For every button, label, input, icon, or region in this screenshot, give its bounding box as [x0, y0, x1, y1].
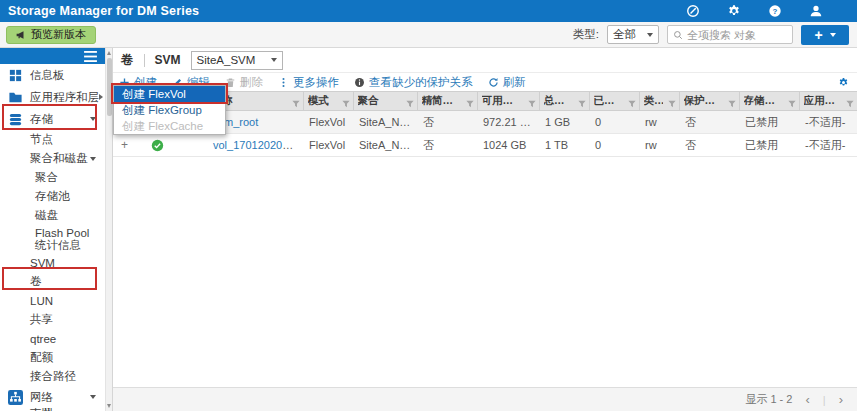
search-icon — [673, 30, 683, 40]
search-input[interactable] — [687, 29, 787, 41]
chevron-right-icon — [99, 94, 103, 100]
refresh-icon — [488, 77, 499, 88]
filter-funnel-icon[interactable] — [292, 98, 300, 106]
activity-icon[interactable] — [686, 4, 700, 18]
page-prev-button[interactable]: ‹ — [805, 393, 809, 406]
pagination-divider: | — [823, 394, 826, 406]
pagination-bar: 显示 1 - 2 ‹ | › — [113, 387, 857, 411]
filter-funnel-icon[interactable] — [406, 98, 414, 106]
chevron-down-icon — [647, 33, 653, 37]
chevron-down-icon — [830, 33, 836, 37]
svg-text:?: ? — [773, 7, 778, 16]
svm-select[interactable]: SiteA_SVM — [191, 51, 283, 70]
sidebar-item-junction-paths[interactable]: 接合路径 — [0, 367, 105, 386]
filter-funnel-icon[interactable] — [628, 98, 636, 106]
filter-funnel-icon[interactable] — [466, 98, 474, 106]
chevron-down-icon — [90, 117, 96, 121]
sidebar-item-aggregates-disks[interactable]: 聚合和磁盘 — [0, 149, 105, 168]
filter-funnel-icon[interactable] — [342, 98, 350, 106]
svm-label: SVM — [155, 53, 181, 67]
filter-funnel-icon[interactable] — [728, 98, 736, 106]
sidebar-nav: 信息板 应用程序和层 存储 节点 聚合和磁盘 聚合 存储 — [0, 48, 112, 411]
sidebar-item-aggregates[interactable]: 聚合 — [0, 168, 105, 187]
sidebar-item-qtree[interactable]: qtree — [0, 329, 105, 348]
chevron-down-icon — [90, 395, 96, 399]
sidebar-item-svm[interactable]: SVM — [0, 253, 105, 272]
col-style[interactable]: 模式 — [303, 92, 353, 111]
menu-item-create-flexcache[interactable]: 创建 FlexCache — [114, 118, 225, 134]
status-ok-icon — [151, 139, 164, 152]
divider — [144, 54, 145, 67]
refresh-button[interactable]: 刷新 — [488, 75, 526, 90]
type-filter-label: 类型: — [573, 27, 599, 42]
col-application[interactable]: 应用程序 — [799, 92, 857, 111]
col-available-space[interactable]: 可用空间 — [477, 92, 539, 111]
scroll-down-icon[interactable] — [107, 404, 111, 408]
page-next-button[interactable]: › — [839, 393, 843, 406]
top-bar: Storage Manager for DM Series ? — [0, 0, 857, 22]
preview-new-version-button[interactable]: 预览新版本 — [6, 26, 96, 44]
chevron-down-icon — [271, 58, 277, 62]
help-icon[interactable]: ? — [768, 4, 782, 18]
page-header: 卷 SVM SiteA_SVM — [113, 48, 857, 73]
table-row: + vol_17012020_1... FlexVol SiteA_Node..… — [113, 134, 857, 157]
sub-bar: 预览新版本 类型: 全部 + — [0, 22, 857, 48]
trash-icon — [225, 77, 236, 88]
volume-name-link[interactable]: vol_17012020_1... — [213, 139, 303, 151]
table-settings-gear-icon[interactable] — [838, 77, 849, 88]
network-icon — [7, 389, 23, 405]
sidebar-scrollbar[interactable] — [105, 48, 112, 411]
settings-icon[interactable] — [727, 4, 741, 18]
user-icon[interactable] — [809, 4, 823, 18]
hamburger-icon — [84, 51, 97, 62]
sidebar-item-volumes[interactable]: 卷 — [0, 272, 105, 291]
sidebar-item-network[interactable]: 网络 — [0, 386, 105, 408]
sidebar-item-flashpool-statistics[interactable]: Flash Pool 统计信息 — [0, 225, 105, 253]
col-aggregate[interactable]: 聚合 — [353, 92, 417, 111]
add-button[interactable]: + — [801, 25, 849, 45]
view-missing-protection-button[interactable]: 查看缺少的保护关系 — [354, 75, 473, 90]
menu-item-create-flexvol[interactable]: 创建 FlexVol — [114, 86, 225, 102]
sidebar-item-dashboard[interactable]: 信息板 — [0, 64, 105, 86]
topbar-icons: ? — [686, 4, 849, 18]
more-actions-button[interactable]: 更多操作 — [278, 75, 339, 90]
scroll-up-icon[interactable] — [107, 51, 111, 55]
more-vertical-icon — [278, 77, 289, 88]
row-expander[interactable]: + — [113, 134, 137, 157]
sidebar-item-lun[interactable]: LUN — [0, 291, 105, 310]
app-title: Storage Manager for DM Series — [8, 4, 199, 18]
pagination-label: 显示 1 - 2 — [745, 392, 792, 407]
sidebar-item-quotas[interactable]: 配额 — [0, 348, 105, 367]
col-thin-provisioned[interactable]: 精简配置 — [417, 92, 477, 111]
sidebar-item-disks[interactable]: 磁盘 — [0, 206, 105, 225]
sidebar-item-shares[interactable]: 共享 — [0, 310, 105, 329]
megaphone-icon — [16, 30, 26, 40]
global-search — [667, 25, 793, 44]
delete-button[interactable]: 删除 — [225, 75, 263, 90]
filter-funnel-icon[interactable] — [846, 98, 854, 106]
folder-icon — [7, 89, 23, 105]
sidebar-item-storage[interactable]: 存储 — [0, 108, 105, 130]
sidebar-item-applications-tiers[interactable]: 应用程序和层 — [0, 86, 105, 108]
col-total-space[interactable]: 总空间 — [539, 92, 589, 111]
filter-funnel-icon[interactable] — [788, 98, 796, 106]
storage-disks-icon — [7, 111, 23, 127]
page-title: 卷 — [121, 52, 134, 69]
storage-manager-window: Storage Manager for DM Series ? 预览新版本 类型… — [0, 0, 857, 411]
filter-funnel-icon[interactable] — [668, 98, 676, 106]
sidebar-collapse-button[interactable] — [0, 48, 105, 64]
menu-item-create-flexgroup[interactable]: 创建 FlexGroup — [114, 102, 225, 118]
chevron-down-icon — [90, 157, 96, 161]
dashboard-icon — [7, 67, 23, 83]
type-filter-select[interactable]: 全部 — [607, 25, 659, 44]
sidebar-item-nodes[interactable]: 节点 — [0, 130, 105, 149]
info-circle-icon — [354, 77, 365, 88]
filter-funnel-icon[interactable] — [578, 98, 586, 106]
col-efficiency[interactable]: 存储效率 — [739, 92, 799, 111]
col-protection[interactable]: 保护关系 — [679, 92, 739, 111]
col-type[interactable]: 类型 — [639, 92, 679, 111]
col-used-pct[interactable]: 已用 % — [589, 92, 639, 111]
sidebar-item-storage-pools[interactable]: 存储池 — [0, 187, 105, 206]
filter-funnel-icon[interactable] — [528, 98, 536, 106]
create-dropdown-menu: 创建 FlexVol 创建 FlexGroup 创建 FlexCache — [113, 85, 226, 135]
